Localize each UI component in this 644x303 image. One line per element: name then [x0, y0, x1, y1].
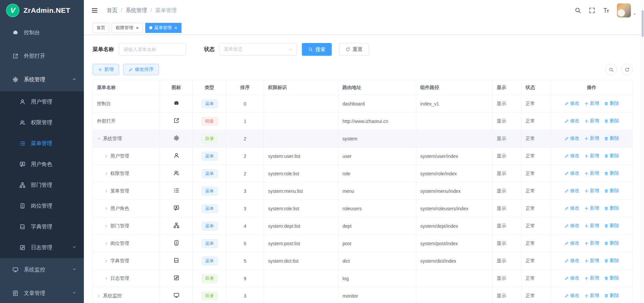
row-delete-link[interactable]: 删除 [604, 135, 619, 141]
table-row: 外部打开链接1http://www.izhaorui.cn显示正常修改新增删除 [93, 113, 633, 130]
row-delete-link[interactable]: 删除 [604, 275, 619, 281]
cell-menu-name: 系统管理 [93, 130, 160, 147]
logo[interactable]: V ZrAdmin.NET [0, 0, 84, 21]
row-add-link[interactable]: 新增 [584, 293, 599, 299]
plus-icon [584, 171, 589, 176]
collapse-sidebar-icon[interactable] [91, 7, 98, 14]
cell-sort: 2 [226, 147, 264, 165]
expand-row-icon[interactable] [104, 224, 108, 228]
expand-row-icon[interactable] [104, 276, 108, 280]
row-delete-label: 删除 [610, 100, 619, 106]
sidebar-item-system[interactable]: 系统管理 [0, 68, 84, 91]
row-edit-link[interactable]: 修改 [565, 293, 580, 299]
row-edit-link[interactable]: 修改 [565, 170, 580, 176]
table-row: 日志管理目录9log显示正常修改新增删除 [93, 270, 633, 287]
scrollbar-thumb[interactable] [642, 10, 644, 37]
row-edit-link[interactable]: 修改 [565, 275, 580, 281]
row-edit-link[interactable]: 修改 [565, 240, 580, 246]
sidebar-item-menu[interactable]: 菜单管理 [0, 133, 84, 154]
row-add-link[interactable]: 新增 [584, 223, 599, 229]
fullscreen-icon[interactable] [589, 7, 595, 14]
expand-row-icon[interactable] [104, 189, 108, 193]
chevron-down-icon [288, 47, 293, 52]
row-edit-link[interactable]: 修改 [565, 223, 580, 229]
sidebar-item-roleusers[interactable]: 用户角色 [0, 154, 84, 175]
refresh-table-button[interactable] [621, 64, 633, 75]
cell-icon [160, 252, 193, 270]
expand-row-icon[interactable] [104, 172, 108, 176]
add-button[interactable]: 新增 [93, 64, 119, 75]
trash-icon [604, 171, 608, 176]
user-menu[interactable] [617, 3, 637, 17]
row-add-link[interactable]: 新增 [584, 205, 599, 211]
row-add-link[interactable]: 新增 [584, 118, 599, 124]
expand-row-icon[interactable] [104, 154, 108, 158]
sidebar-item-log[interactable]: 日志管理 [0, 237, 84, 258]
row-delete-link[interactable]: 删除 [604, 293, 619, 299]
row-edit-link[interactable]: 修改 [565, 153, 580, 159]
tab-close-icon[interactable]: × [136, 25, 139, 30]
plus-icon [584, 136, 589, 141]
reset-button[interactable]: 重置 [339, 43, 369, 56]
row-add-link[interactable]: 新增 [584, 170, 599, 176]
status-select[interactable]: 菜单状态 [219, 43, 297, 56]
tab-home[interactable]: 首页 [93, 23, 109, 33]
collapse-row-icon[interactable] [97, 137, 101, 141]
cell-visible: 显示 [493, 95, 522, 113]
avatar[interactable] [617, 3, 631, 17]
row-edit-link[interactable]: 修改 [565, 205, 580, 211]
sidebar-item-user[interactable]: 用户管理 [0, 91, 84, 112]
tab-close-icon[interactable]: × [174, 25, 177, 30]
sidebar-item-console[interactable]: 控制台 [0, 21, 84, 44]
row-delete-link[interactable]: 删除 [604, 258, 619, 264]
edit-icon [128, 68, 133, 72]
row-delete-link[interactable]: 删除 [604, 153, 619, 159]
font-size-icon[interactable] [603, 7, 609, 14]
sidebar-item-monitor[interactable]: 系统监控 [0, 258, 84, 282]
row-delete-link[interactable]: 删除 [604, 170, 619, 176]
row-edit-link[interactable]: 修改 [565, 135, 580, 141]
row-add-link[interactable]: 新增 [584, 258, 599, 264]
row-add-link[interactable]: 新增 [584, 100, 599, 106]
row-edit-link[interactable]: 修改 [565, 100, 580, 106]
row-add-link[interactable]: 新增 [584, 135, 599, 141]
row-add-link[interactable]: 新增 [584, 275, 599, 281]
breadcrumb-item[interactable]: 系统管理 [125, 7, 147, 14]
row-add-link[interactable]: 新增 [584, 188, 599, 194]
row-delete-link[interactable]: 删除 [604, 188, 619, 194]
expand-row-icon[interactable] [104, 259, 108, 263]
row-delete-link[interactable]: 删除 [604, 223, 619, 229]
type-tag: 菜单 [202, 239, 218, 248]
show-search-button[interactable] [605, 64, 617, 75]
row-edit-link[interactable]: 修改 [565, 258, 580, 264]
row-edit-link[interactable]: 修改 [565, 188, 580, 194]
breadcrumb-item[interactable]: 首页 [107, 7, 117, 14]
scrollbar[interactable] [641, 0, 644, 303]
sidebar-item-article[interactable]: 文章管理 [0, 282, 84, 303]
tab-menu[interactable]: 菜单管理× [145, 23, 181, 33]
row-delete-link[interactable]: 删除 [604, 100, 619, 106]
search-icon[interactable] [575, 7, 581, 14]
menu-name-input[interactable] [119, 43, 186, 56]
type-tag: 目录 [202, 292, 218, 300]
row-delete-link[interactable]: 删除 [604, 205, 619, 211]
sidebar-item-dict[interactable]: 字典管理 [0, 216, 84, 237]
expand-row-icon[interactable] [97, 294, 101, 298]
sidebar-item-post[interactable]: 岗位管理 [0, 196, 84, 216]
expand-row-icon[interactable] [104, 207, 108, 211]
row-add-link[interactable]: 新增 [584, 240, 599, 246]
tab-role[interactable]: 权限管理× [112, 23, 143, 33]
sidebar-item-external[interactable]: 外部打开 [0, 44, 84, 68]
row-add-link[interactable]: 新增 [584, 153, 599, 159]
cell-route: log [338, 270, 416, 287]
row-delete-link[interactable]: 删除 [604, 240, 619, 246]
trash-icon [604, 189, 608, 193]
row-delete-link[interactable]: 删除 [604, 118, 619, 124]
expand-row-icon[interactable] [104, 242, 108, 246]
cell-status: 正常 [522, 130, 551, 147]
sidebar-item-role[interactable]: 权限管理 [0, 112, 84, 133]
sort-button[interactable]: 修改排序 [123, 64, 159, 75]
row-edit-link[interactable]: 修改 [565, 118, 580, 124]
search-button[interactable]: 搜索 [302, 43, 332, 56]
sidebar-item-dept[interactable]: 部门管理 [0, 175, 84, 196]
